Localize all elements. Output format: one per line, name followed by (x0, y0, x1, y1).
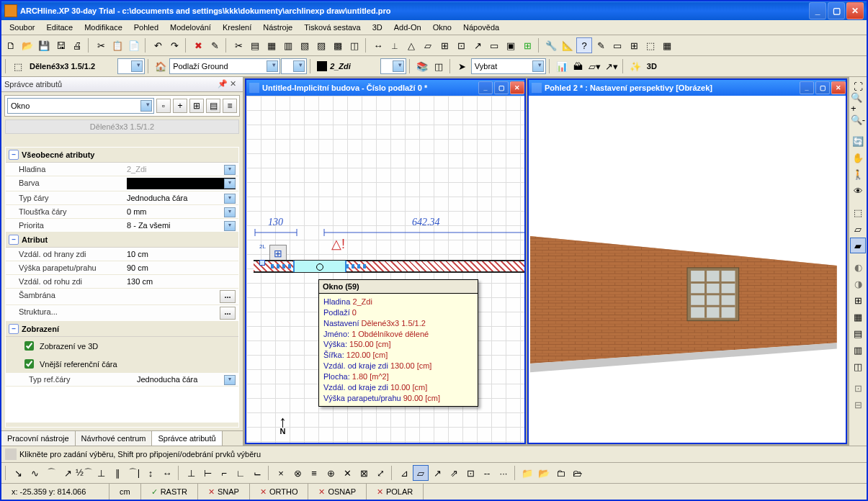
floor-icon[interactable]: 🏠 (153, 58, 169, 74)
status-toggle[interactable]: ✕ ORTHO (250, 484, 309, 500)
bt28[interactable]: -- (479, 465, 495, 481)
status-toggle[interactable]: ✕ POLAR (367, 484, 424, 500)
orient-icon[interactable]: ↗ (470, 37, 486, 53)
view1-icon[interactable]: 📊 (554, 58, 570, 74)
layer-color-swatch[interactable] (317, 61, 327, 71)
vt-2[interactable]: ◑ (850, 276, 866, 292)
vt-zoomin-icon[interactable]: 🔍+ (850, 95, 866, 111)
delete-icon[interactable]: ✖ (190, 37, 206, 53)
prop-btn4[interactable]: ▤ (206, 99, 220, 113)
vt-hidden-icon[interactable]: ▱ (850, 221, 866, 237)
menu-item[interactable]: Soubor (4, 22, 40, 33)
maximize-button[interactable]: ▢ (828, 2, 845, 19)
layer-dropdown[interactable] (380, 58, 406, 74)
bt29[interactable]: ··· (496, 465, 511, 481)
group-general[interactable]: –Všeobecné atributy (6, 148, 238, 163)
tool3-icon[interactable]: ✎ (593, 37, 609, 53)
menu-item[interactable]: Okno (428, 22, 457, 33)
floor-dropdown-btn[interactable] (281, 58, 307, 74)
align-right-icon[interactable]: ▥ (280, 37, 296, 53)
tool5-icon[interactable]: ⊞ (626, 37, 642, 53)
grid2-icon[interactable]: ⊡ (453, 37, 469, 53)
align-center-icon[interactable]: ▦ (264, 37, 279, 53)
bt8[interactable]: ⌒| (126, 465, 142, 481)
bt12[interactable]: ⊢ (200, 465, 215, 481)
status-toggle[interactable]: ✓ RASTR (141, 484, 198, 500)
bt30[interactable]: 📁 (519, 465, 535, 481)
paste-icon[interactable]: 📄 (126, 37, 142, 53)
property-value[interactable]: 90 cm (124, 261, 238, 274)
menu-item[interactable]: Modelování (165, 22, 216, 33)
group1-icon[interactable]: ▣ (503, 37, 519, 53)
group-display[interactable]: –Zobrazení (6, 322, 238, 337)
bt6[interactable]: ⊥ (93, 465, 109, 481)
vt-view-icon[interactable]: 👁 (850, 183, 866, 199)
vt-1[interactable]: ◐ (850, 259, 866, 275)
bt3[interactable]: ⌒ (43, 465, 59, 481)
mdi-min[interactable]: _ (478, 81, 493, 94)
tool2-icon[interactable]: 📐 (560, 37, 576, 53)
menu-item[interactable]: Pohled (129, 22, 164, 33)
bt31[interactable]: 📂 (536, 465, 552, 481)
vt-8[interactable]: ⊡ (850, 380, 866, 396)
view3-icon[interactable]: ▱▾ (587, 58, 603, 74)
menu-item[interactable]: Nápověda (458, 22, 504, 33)
edit-icon[interactable]: ✎ (207, 37, 223, 53)
panel-tab[interactable]: Pracovní nástroje (1, 431, 76, 446)
reftype-value[interactable]: Jednoducha čára (134, 373, 238, 386)
menu-item[interactable]: Kreslení (218, 22, 256, 33)
bt22[interactable]: ⤢ (372, 465, 388, 481)
vt-walk-icon[interactable]: 🚶 (850, 166, 866, 182)
group2-icon[interactable]: ⊞ (519, 37, 535, 53)
grid1-icon[interactable]: ⊞ (437, 37, 452, 53)
bt7[interactable]: ∥ (109, 465, 125, 481)
save-all-icon[interactable]: 🖫 (53, 37, 68, 53)
measure3-icon[interactable]: △ (403, 37, 419, 53)
tool1-icon[interactable]: 🔧 (543, 37, 559, 53)
mode-dropdown[interactable]: Vybrat (471, 58, 546, 74)
align-left-icon[interactable]: ▤ (247, 37, 263, 53)
bt14[interactable]: ∟ (233, 465, 249, 481)
cut-icon[interactable]: ✂ (93, 37, 109, 53)
filter-icon[interactable]: ◫ (431, 58, 447, 74)
bt27[interactable]: ⊡ (462, 465, 478, 481)
array-icon[interactable]: ▨ (313, 37, 329, 53)
bt24[interactable]: ▱ (413, 465, 429, 481)
tool6-icon[interactable]: ⬚ (643, 37, 658, 53)
mdi-max[interactable]: ▢ (815, 81, 830, 94)
status-unit[interactable]: cm (109, 484, 141, 500)
property-value[interactable]: 10 cm (124, 248, 238, 261)
vt-5[interactable]: ▤ (850, 325, 866, 341)
distribute-icon[interactable]: ▧ (297, 37, 313, 53)
cursor-icon[interactable]: ➤ (455, 58, 470, 74)
region-icon[interactable]: ▭ (486, 37, 502, 53)
checkbox-refline[interactable]: Vnější referenční čára (6, 355, 238, 373)
floor-dropdown[interactable]: Podlaží Ground (169, 58, 280, 74)
vt-9[interactable]: ⊟ (850, 397, 866, 412)
mdi-min[interactable]: _ (800, 81, 814, 94)
profile-icon[interactable]: ⬚ (10, 58, 26, 74)
perspective-canvas[interactable] (529, 96, 846, 443)
help-icon[interactable]: ? (576, 37, 592, 53)
bt9[interactable]: ↕ (143, 465, 158, 481)
window-element[interactable] (293, 261, 346, 272)
panel-tab[interactable]: Správce atributů (152, 431, 222, 446)
tool7-icon[interactable]: ▦ (659, 37, 675, 53)
prop-btn5[interactable]: ≡ (223, 99, 237, 113)
menu-item[interactable]: Tisková sestava (299, 22, 365, 33)
bt25[interactable]: ↗ (429, 465, 445, 481)
bt5[interactable]: ½⌒ (76, 465, 92, 481)
new-icon[interactable]: 🗋 (3, 37, 19, 53)
bt2[interactable]: ∿ (27, 465, 42, 481)
prop-btn1[interactable]: ▫ (156, 99, 171, 113)
bt10[interactable]: ↔ (159, 465, 175, 481)
bt33[interactable]: 🗁 (569, 465, 585, 481)
layers-icon[interactable]: 📚 (414, 58, 430, 74)
plane-icon[interactable]: ▱ (420, 37, 436, 53)
profile-dropdown[interactable] (117, 58, 145, 74)
menu-item[interactable]: Modifikace (79, 22, 127, 33)
vt-6[interactable]: ▥ (850, 342, 866, 358)
prop-btn2[interactable]: + (173, 99, 187, 113)
property-value[interactable]: 8 - Za všemi (124, 219, 238, 232)
vt-shade-icon[interactable]: ▰ (850, 238, 866, 253)
